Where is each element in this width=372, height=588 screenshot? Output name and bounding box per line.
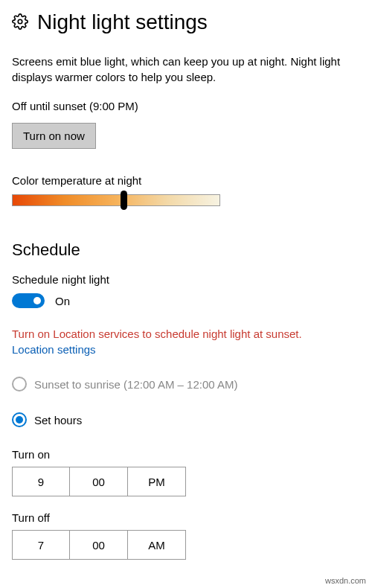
location-warning: Turn on Location services to schedule ni… — [12, 327, 360, 340]
radio-sunset-label: Sunset to sunrise (12:00 AM – 12:00 AM) — [34, 378, 238, 391]
turn-on-hour[interactable]: 9 — [12, 467, 70, 496]
turn-on-time-picker[interactable]: 9 00 PM — [12, 467, 360, 496]
turn-on-period[interactable]: PM — [128, 467, 186, 496]
turn-off-minute[interactable]: 00 — [70, 530, 128, 560]
turn-off-period[interactable]: AM — [128, 530, 186, 560]
schedule-heading: Schedule — [12, 240, 360, 260]
turn-off-label: Turn off — [12, 511, 360, 524]
svg-point-0 — [18, 19, 22, 24]
color-temp-label: Color temperature at night — [12, 174, 360, 187]
toggle-knob — [33, 297, 41, 304]
toggle-state-label: On — [55, 295, 70, 307]
radio-sunset-sunrise[interactable] — [12, 377, 27, 392]
slider-thumb[interactable] — [121, 191, 127, 210]
schedule-toggle-label: Schedule night light — [12, 273, 360, 286]
turn-on-now-button[interactable]: Turn on now — [12, 123, 96, 149]
turn-off-hour[interactable]: 7 — [12, 530, 70, 560]
turn-off-time-picker[interactable]: 7 00 AM — [12, 530, 360, 560]
page-title: Night light settings — [37, 10, 208, 34]
color-temp-slider[interactable] — [12, 194, 220, 206]
status-text: Off until sunset (9:00 PM) — [12, 100, 360, 112]
watermark: wsxdn.com — [325, 576, 366, 585]
turn-on-minute[interactable]: 00 — [70, 467, 128, 496]
schedule-toggle[interactable] — [12, 293, 45, 308]
radio-set-hours-label: Set hours — [34, 414, 82, 426]
radio-set-hours[interactable] — [12, 412, 27, 427]
description-text: Screens emit blue light, which can keep … — [12, 54, 360, 85]
gear-icon — [12, 13, 28, 32]
turn-on-label: Turn on — [12, 448, 360, 461]
location-settings-link[interactable]: Location settings — [12, 343, 96, 356]
